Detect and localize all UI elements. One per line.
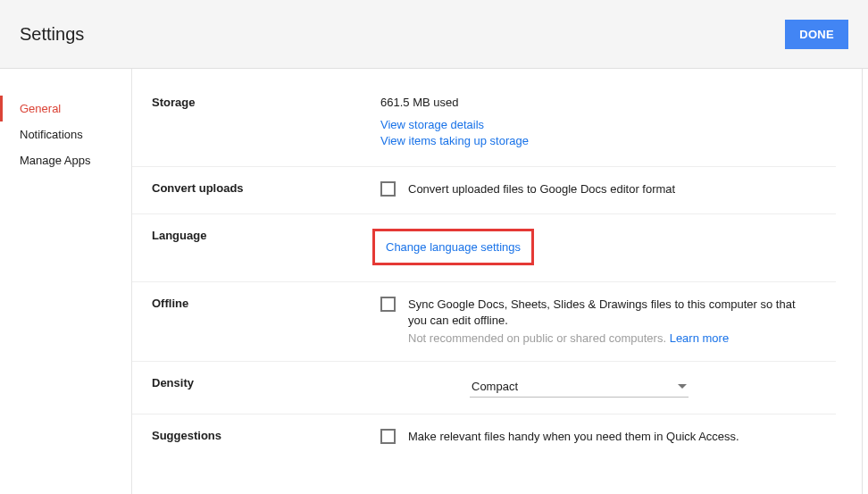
- offline-label: Offline: [152, 297, 380, 344]
- sidebar-item-manage-apps[interactable]: Manage Apps: [0, 147, 131, 173]
- chevron-down-icon: [678, 384, 687, 389]
- sidebar: General Notifications Manage Apps: [0, 69, 132, 494]
- sidebar-item-notifications[interactable]: Notifications: [0, 121, 131, 147]
- offline-subtext: Not recommended on public or shared comp…: [408, 331, 804, 345]
- header: Settings DONE: [0, 0, 868, 69]
- suggestions-label: Suggestions: [152, 429, 380, 445]
- convert-uploads-label: Convert uploads: [152, 181, 380, 197]
- storage-used: 661.5 MB used: [380, 96, 804, 109]
- language-label: Language: [152, 229, 380, 265]
- suggestions-checkbox[interactable]: [380, 429, 396, 444]
- offline-learn-more-link[interactable]: Learn more: [670, 331, 729, 345]
- view-items-storage-link[interactable]: View items taking up storage: [380, 134, 804, 147]
- offline-checkbox[interactable]: [380, 297, 396, 312]
- content: Storage 661.5 MB used View storage detai…: [132, 69, 868, 494]
- density-value: Compact: [472, 380, 518, 393]
- page-title: Settings: [20, 24, 84, 45]
- scrollbar[interactable]: [862, 69, 863, 494]
- density-label: Density: [152, 376, 380, 398]
- language-highlight-box: Change language settings: [372, 229, 534, 265]
- sidebar-item-general[interactable]: General: [0, 96, 131, 121]
- convert-uploads-text: Convert uploaded files to Google Docs ed…: [408, 181, 675, 197]
- view-storage-details-link[interactable]: View storage details: [380, 118, 804, 131]
- offline-text: Sync Google Docs, Sheets, Slides & Drawi…: [408, 297, 804, 329]
- change-language-link[interactable]: Change language settings: [386, 240, 521, 254]
- suggestions-text: Make relevant files handy when you need …: [408, 429, 739, 445]
- convert-uploads-checkbox[interactable]: [380, 181, 396, 197]
- density-dropdown[interactable]: Compact: [470, 376, 689, 398]
- storage-label: Storage: [152, 96, 380, 150]
- done-button[interactable]: DONE: [785, 20, 848, 49]
